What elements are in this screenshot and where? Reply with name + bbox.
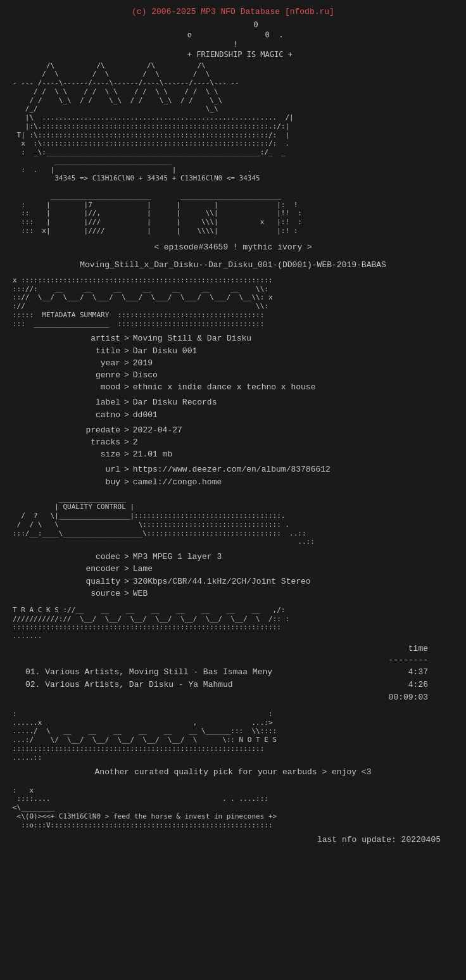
label-row: label > Dar Disku Records bbox=[51, 397, 453, 408]
encoder-row: encoder > Lame bbox=[51, 563, 453, 575]
url-row: url > https://www.deezer.com/en/album/83… bbox=[51, 464, 453, 475]
track-1-name: 01. Various Artists, Moving Still - Bas … bbox=[25, 667, 272, 678]
mood-row: mood > ethnic x indie dance x techno x h… bbox=[51, 382, 453, 393]
track-row-2: 02. Various Artists, Dar Disku - Ya Mahm… bbox=[25, 679, 441, 691]
release-title: Moving_Still_x_Dar_Disku--Dar_Disku_001-… bbox=[13, 260, 453, 271]
codec-row: codec > MP3 MPEG 1 layer 3 bbox=[51, 551, 453, 563]
notes-section-art: : : ......x , ...:> ...../ \ __ __ __ __… bbox=[13, 710, 453, 762]
quality-row: quality > 320Kbps/CBR/44.1kHz/2CH/Joint … bbox=[51, 576, 453, 587]
quality-block: codec > MP3 MPEG 1 layer 3 encoder > Lam… bbox=[51, 551, 453, 600]
total-time: 00:09:03 bbox=[25, 692, 441, 703]
catno-row: catno > dd001 bbox=[51, 410, 453, 421]
source-row: source > WEB bbox=[51, 588, 453, 600]
artist-row: artist > Moving Still & Dar Disku bbox=[51, 333, 453, 344]
tracklist-block: time -------- 01. Various Artists, Movin… bbox=[25, 643, 441, 703]
metadata-section-art: x ::::::::::::::::::::::::::::::::::::::… bbox=[13, 276, 453, 329]
track-1-time: 4:37 bbox=[408, 667, 428, 678]
ascii-stars-art: /\ /\ /\ /\ / \ / \ / \ / \ - --- /----\… bbox=[13, 61, 453, 236]
tracklist-header: time bbox=[25, 643, 441, 655]
buy-row: buy > camel://congo.home bbox=[51, 477, 453, 488]
tracks-meta-row: tracks > 2 bbox=[51, 437, 453, 448]
quality-section-art: ________________ | QUALITY CONTROL | / 7… bbox=[13, 494, 453, 547]
tracks-section-art: T R A C K S ://__ __ __ __ __ __ __ __ ,… bbox=[13, 606, 453, 641]
size-row: size > 21.01 mb bbox=[51, 449, 453, 460]
year-row: year > 2019 bbox=[51, 358, 453, 369]
predate-row: predate > 2022-04-27 bbox=[51, 425, 453, 436]
track-2-name: 02. Various Artists, Dar Disku - Ya Mahm… bbox=[25, 679, 233, 691]
title-row: title > Dar Disku 001 bbox=[51, 346, 453, 357]
track-row-1: 01. Various Artists, Moving Still - Bas … bbox=[25, 667, 441, 678]
footer-art: : x ::::.... . . ....::: <\________ <\(O… bbox=[13, 786, 453, 830]
notes-block: Another curated quality pick for your ea… bbox=[13, 767, 453, 778]
metadata-block: artist > Moving Still & Dar Disku title … bbox=[51, 333, 453, 487]
episode-marker: < episode#34659 ! mythic ivory > bbox=[13, 242, 453, 253]
header-copyright: (c) 2006-2025 MP3 NFO Database [nfodb.ru… bbox=[13, 6, 453, 18]
tracklist-separator: -------- bbox=[25, 655, 441, 666]
track-2-time: 4:26 bbox=[408, 679, 428, 691]
ascii-top-art: 0 o 0 . ! + FRIENDSHIP IS MAGIC + bbox=[13, 20, 453, 60]
last-update: last nfo update: 20220405 bbox=[13, 834, 453, 846]
genre-row: genre > Disco bbox=[51, 370, 453, 381]
